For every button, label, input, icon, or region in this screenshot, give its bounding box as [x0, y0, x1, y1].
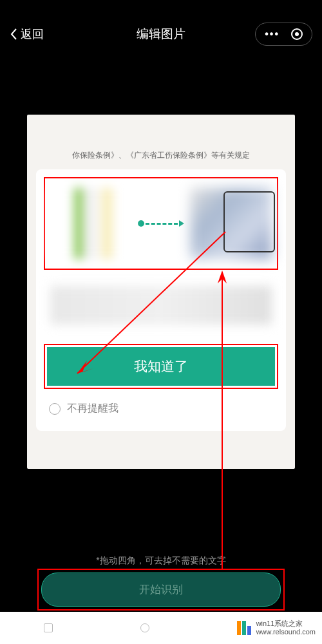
- tutorial-body-text: [50, 286, 272, 325]
- checkbox-label: 不再提醒我: [67, 402, 118, 415]
- hint-text: *拖动四角，可去掉不需要的文字: [0, 555, 322, 567]
- transform-arrow-icon: [138, 220, 184, 227]
- after-image: [191, 188, 272, 259]
- more-icon[interactable]: •••: [265, 28, 279, 40]
- tutorial-modal: 我知道了 不再提醒我: [36, 169, 286, 431]
- crop-frame-icon: [223, 191, 275, 252]
- start-highlight: 开始识别: [37, 569, 285, 611]
- watermark-text: win11系统之家 www.relsound.com: [256, 620, 316, 636]
- checkbox-icon[interactable]: [49, 403, 61, 415]
- capsule-menu[interactable]: •••: [255, 23, 312, 46]
- back-button[interactable]: 返回: [10, 26, 44, 42]
- dont-remind-row[interactable]: 不再提醒我: [44, 399, 278, 423]
- system-nav-bar: win11系统之家 www.relsound.com: [0, 612, 322, 644]
- confirm-button[interactable]: 我知道了: [47, 347, 275, 386]
- confirm-highlight: 我知道了: [44, 344, 278, 389]
- photo-text-content: 你保险条例》、《广东省工伤保险条例》等有关规定: [27, 115, 295, 161]
- nav-recent-icon[interactable]: [44, 623, 53, 632]
- tutorial-images: [44, 177, 278, 270]
- target-icon[interactable]: [291, 28, 303, 40]
- nav-home-icon[interactable]: [140, 623, 149, 632]
- chevron-left-icon: [10, 28, 17, 41]
- before-image: [50, 188, 131, 259]
- page-title: 编辑图片: [137, 26, 185, 43]
- start-recognize-button[interactable]: 开始识别: [41, 573, 281, 607]
- back-label: 返回: [21, 26, 44, 42]
- watermark-logo-icon: [237, 621, 251, 635]
